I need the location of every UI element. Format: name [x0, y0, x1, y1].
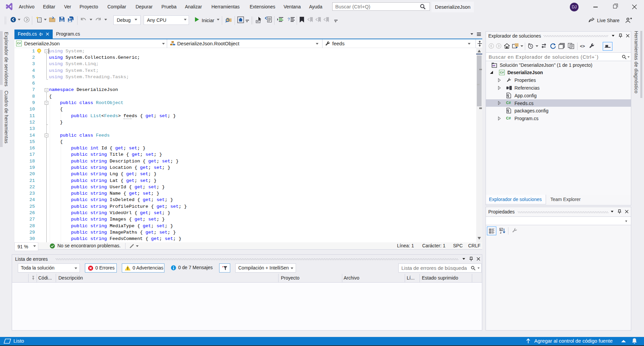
svg-text:Z: Z	[500, 232, 502, 234]
svg-text:A: A	[500, 229, 502, 231]
svg-text:?: ?	[288, 17, 290, 22]
